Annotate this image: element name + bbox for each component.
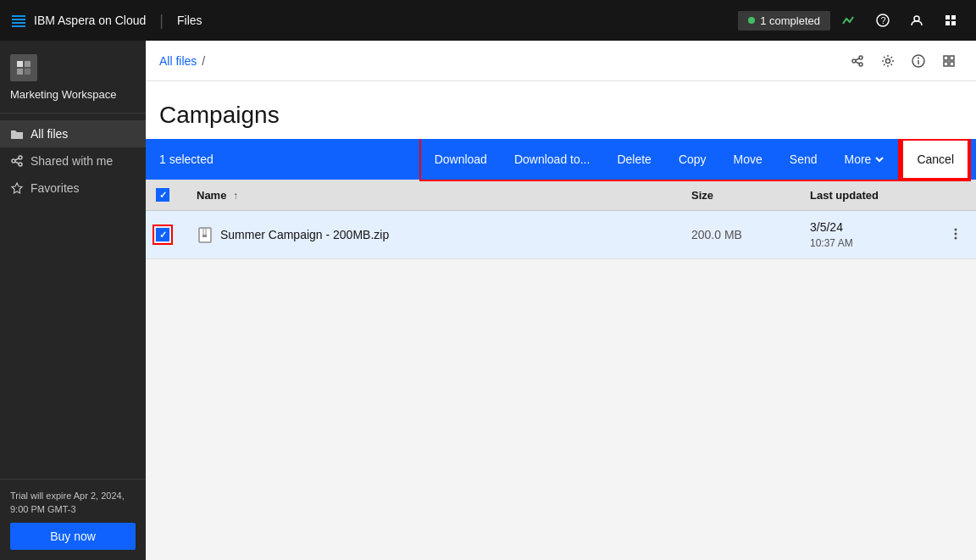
user-icon-btn[interactable] xyxy=(901,5,932,36)
svg-rect-14 xyxy=(25,69,30,75)
action-buttons: Download Download to... Delete Copy Move… xyxy=(421,139,899,180)
breadcrumb-all-files[interactable]: All files xyxy=(159,54,197,68)
svg-point-22 xyxy=(859,56,862,59)
row-time: 10:37 AM xyxy=(810,236,925,251)
file-zip-icon xyxy=(197,226,214,243)
topbar: IBM Aspera on Cloud | Files 1 completed … xyxy=(0,0,976,41)
svg-rect-9 xyxy=(946,21,950,25)
move-button[interactable]: Move xyxy=(720,139,776,180)
svg-rect-1 xyxy=(12,19,25,20)
completed-badge[interactable]: 1 completed xyxy=(738,11,830,30)
header-actions xyxy=(844,47,962,75)
table-header-row: Name ↑ Size Last updated xyxy=(146,180,976,211)
info-icon xyxy=(912,54,925,68)
svg-rect-7 xyxy=(946,15,950,19)
svg-point-23 xyxy=(859,63,862,66)
more-button[interactable]: More xyxy=(831,139,899,180)
name-cell-content: Summer Campaign - 200MB.zip xyxy=(197,226,671,243)
completed-label: 1 completed xyxy=(760,14,820,27)
completed-dot xyxy=(748,17,755,24)
grid-icon xyxy=(944,14,957,27)
buy-now-button[interactable]: Buy now xyxy=(10,523,136,550)
content-area: All files / xyxy=(146,41,976,560)
header-checkbox-cell xyxy=(146,180,186,211)
svg-rect-32 xyxy=(944,62,948,66)
layout-icon-btn[interactable] xyxy=(935,47,962,75)
settings-icon-btn[interactable] xyxy=(874,47,901,75)
download-button[interactable]: Download xyxy=(421,139,501,180)
header-name[interactable]: Name ↑ xyxy=(186,180,681,211)
activity-icon-btn[interactable] xyxy=(834,5,864,36)
help-icon-btn[interactable]: ? xyxy=(868,5,898,36)
signal-icon xyxy=(842,14,856,27)
user-icon xyxy=(910,14,923,27)
overflow-icon xyxy=(949,227,962,241)
svg-marker-20 xyxy=(12,183,22,193)
svg-rect-10 xyxy=(951,21,956,25)
page-title: Campaigns xyxy=(159,102,962,129)
main-layout: Marketing Workspace All files Shared wit… xyxy=(0,41,976,560)
svg-rect-11 xyxy=(17,61,23,67)
file-content-area: 1 selected Download Download to... Delet… xyxy=(146,139,976,560)
send-button[interactable]: Send xyxy=(776,139,831,180)
info-icon-btn[interactable] xyxy=(905,47,932,75)
svg-text:?: ? xyxy=(881,15,886,25)
svg-point-38 xyxy=(955,228,957,230)
settings-icon xyxy=(881,54,895,68)
share-view-icon-btn[interactable] xyxy=(844,47,871,75)
svg-rect-37 xyxy=(202,235,207,237)
folder-icon xyxy=(10,127,24,141)
svg-rect-3 xyxy=(12,25,25,27)
svg-rect-2 xyxy=(12,22,25,24)
row-name-cell: Summer Campaign - 200MB.zip xyxy=(186,211,681,259)
row-overflow-button[interactable] xyxy=(946,224,966,247)
action-bar: 1 selected Download Download to... Delet… xyxy=(146,139,976,180)
workspace-icon xyxy=(10,54,37,81)
cancel-button[interactable]: Cancel xyxy=(901,139,969,180)
row-checkbox-cell xyxy=(146,211,186,259)
delete-button[interactable]: Delete xyxy=(603,139,664,180)
ibm-logo-icon xyxy=(10,12,27,29)
svg-line-18 xyxy=(15,158,19,160)
star-icon xyxy=(10,181,24,195)
svg-line-25 xyxy=(856,62,859,64)
select-all-checkbox[interactable] xyxy=(156,188,169,202)
topbar-left: IBM Aspera on Cloud | Files xyxy=(10,12,202,30)
topbar-divider: | xyxy=(159,12,164,30)
row-size-cell: 200.0 MB xyxy=(681,211,800,259)
topbar-section: Files xyxy=(177,14,202,27)
svg-rect-30 xyxy=(944,56,948,60)
svg-point-21 xyxy=(852,59,856,63)
svg-point-16 xyxy=(19,156,22,159)
row-checkbox[interactable] xyxy=(156,228,169,241)
svg-rect-0 xyxy=(12,15,25,17)
table-container: 1 selected Download Download to... Delet… xyxy=(146,139,976,259)
topbar-right: 1 completed ? xyxy=(738,5,966,36)
svg-point-26 xyxy=(886,58,890,63)
file-table: Name ↑ Size Last updated xyxy=(146,180,976,259)
download-to-button[interactable]: Download to... xyxy=(501,139,604,180)
chevron-down-icon xyxy=(874,154,884,164)
grid-icon-btn[interactable] xyxy=(935,5,966,36)
sidebar: Marketing Workspace All files Shared wit… xyxy=(0,41,146,560)
svg-rect-12 xyxy=(25,61,30,67)
svg-point-39 xyxy=(955,232,957,235)
copy-button[interactable]: Copy xyxy=(665,139,720,180)
row-date-cell: 3/5/24 10:37 AM xyxy=(800,211,935,259)
svg-rect-33 xyxy=(950,62,954,66)
svg-line-19 xyxy=(15,162,19,164)
share-icon xyxy=(10,154,24,168)
breadcrumb-separator: / xyxy=(202,54,205,68)
sidebar-item-favorites[interactable]: Favorites xyxy=(0,175,146,202)
brand-name: IBM Aspera on Cloud xyxy=(34,14,146,27)
table-body: Summer Campaign - 200MB.zip 200.0 MB 3/5… xyxy=(146,211,976,259)
svg-rect-13 xyxy=(17,69,23,75)
sidebar-item-shared-with-me[interactable]: Shared with me xyxy=(0,147,146,175)
sidebar-label-favorites: Favorites xyxy=(30,181,80,195)
sidebar-item-all-files[interactable]: All files xyxy=(0,120,146,147)
layout-icon xyxy=(942,54,956,68)
svg-point-6 xyxy=(914,16,919,21)
row-size: 200.0 MB xyxy=(691,228,742,241)
sidebar-label-shared-with-me: Shared with me xyxy=(30,154,113,168)
svg-point-15 xyxy=(12,159,15,163)
